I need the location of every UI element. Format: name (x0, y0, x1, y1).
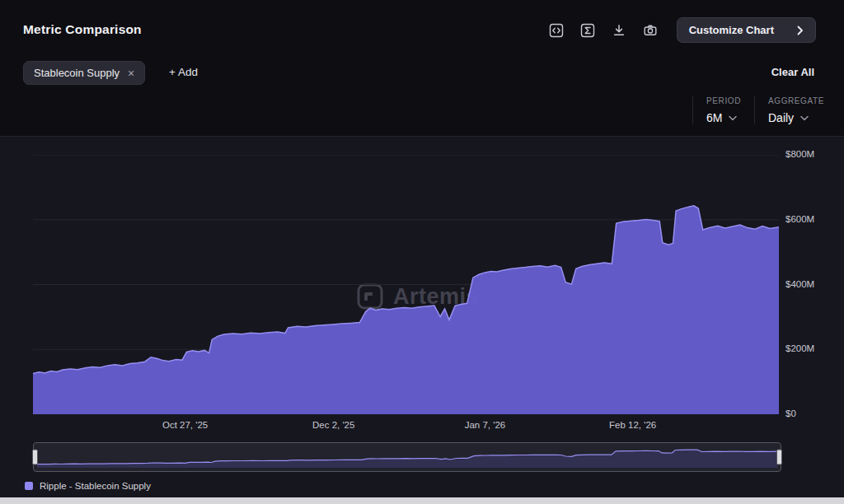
aggregate-label: AGGREGATE (768, 96, 824, 105)
legend-swatch (25, 482, 33, 490)
aggregate-select[interactable]: Daily (768, 111, 824, 124)
period-value: 6M (706, 111, 722, 124)
y-axis-label: $600M (785, 214, 814, 224)
period-label: PERIOD (706, 96, 741, 105)
period-control: PERIOD 6M (692, 96, 741, 124)
chip-close-icon[interactable]: × (128, 67, 134, 80)
add-metric-button[interactable]: + Add (169, 66, 198, 78)
page-title: Metric Comparison (23, 22, 142, 37)
x-axis-label: Oct 27, '25 (162, 420, 208, 430)
sigma-icon-glyph (580, 23, 595, 38)
customize-chart-label: Customize Chart (689, 24, 774, 36)
chart-legend: Ripple - Stablecoin Supply (25, 481, 151, 491)
sigma-icon[interactable] (576, 19, 599, 42)
y-axis-label: $800M (785, 149, 814, 159)
aggregate-value: Daily (768, 111, 794, 124)
download-icon[interactable] (607, 19, 631, 42)
x-axis-label: Jan 7, '26 (465, 420, 506, 430)
metric-comparison-panel: Metric Comparison (0, 0, 844, 504)
x-axis-label: Dec 2, '25 (312, 420, 354, 430)
aggregate-control: AGGREGATE Daily (754, 96, 824, 124)
y-axis-label: $400M (785, 279, 814, 289)
chevron-down-icon (800, 115, 809, 121)
header-actions: Customize Chart (545, 17, 816, 43)
chevron-right-icon (797, 26, 804, 35)
clear-all-button[interactable]: Clear All (771, 66, 814, 78)
chart-controls: PERIOD 6M AGGREGATE Daily (679, 96, 824, 124)
chevron-down-icon (729, 115, 737, 121)
embed-icon[interactable] (545, 19, 568, 42)
camera-icon-glyph (643, 23, 658, 38)
embed-icon-glyph (549, 23, 564, 38)
y-axis-label: $0 (785, 408, 796, 418)
legend-series-label: Ripple - Stablecoin Supply (40, 481, 151, 491)
x-axis-label: Feb 12, '26 (609, 420, 656, 430)
metric-chip-stablecoin-supply[interactable]: Stablecoin Supply × (23, 61, 145, 85)
navigator-left-handle[interactable] (32, 450, 38, 465)
series-area (33, 206, 779, 414)
camera-icon[interactable] (639, 19, 662, 42)
period-select[interactable]: 6M (706, 111, 741, 124)
y-axis-label: $200M (785, 343, 814, 353)
customize-chart-button[interactable]: Customize Chart (677, 17, 816, 43)
main-chart[interactable] (33, 155, 779, 414)
header-section: Metric Comparison (0, 0, 844, 137)
chart-navigator[interactable] (33, 442, 781, 472)
navigator-chart (37, 447, 777, 469)
bottom-page-strip (0, 497, 844, 504)
navigator-right-handle[interactable] (776, 450, 782, 465)
download-icon-glyph (612, 23, 626, 38)
metric-chip-label: Stablecoin Supply (34, 67, 120, 79)
